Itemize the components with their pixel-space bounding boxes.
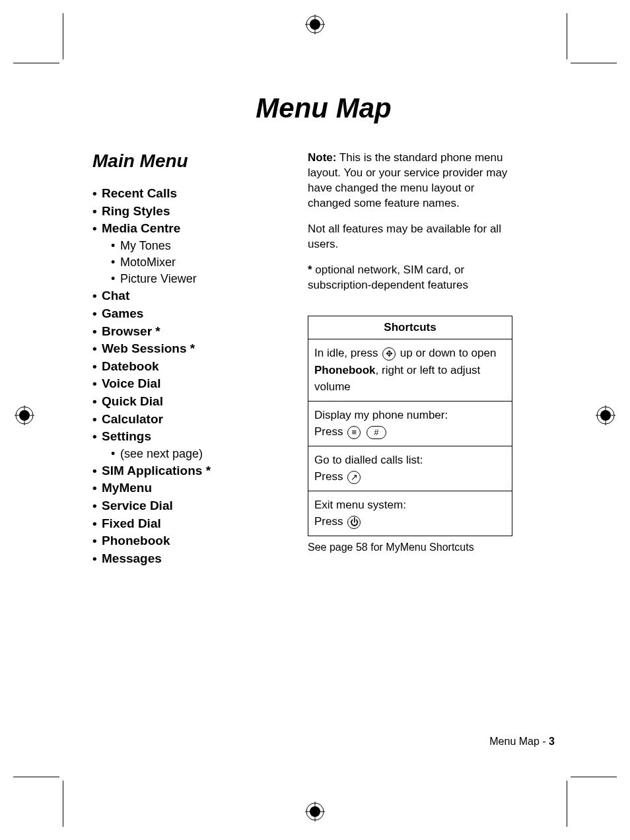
shortcut-press-line: Press ⏻ (314, 513, 506, 530)
note-text: This is the standard phone menu layout. … (308, 151, 507, 209)
end-key-icon: ⏻ (347, 516, 361, 529)
shortcut-text: Press (314, 470, 346, 483)
submenu-item: MotoMixer (120, 254, 284, 271)
menu-list: Recent Calls Ring Styles Media Centre My… (92, 185, 284, 567)
registration-mark-right (596, 405, 615, 425)
menu-label: Settings (102, 429, 151, 443)
phonebook-word: Phonebook (314, 364, 376, 376)
menu-item: Games (102, 305, 284, 323)
shortcut-row: Go to dialled calls list: Press ↗ (308, 446, 512, 491)
menu-item: Media Centre My Tones MotoMixer Picture … (102, 220, 284, 287)
menu-item: Browser * (102, 323, 284, 341)
shortcut-text: Go to dialled calls list: (314, 452, 506, 469)
menu-label: Quick Dial (102, 394, 163, 408)
notes-column: Note: This is the standard phone menu la… (308, 151, 512, 567)
note-label: Note: (308, 151, 336, 164)
page-footer: Menu Map - 3 (489, 736, 555, 748)
menu-item: Web Sessions * (102, 340, 284, 358)
menu-item: Service Dial (102, 497, 284, 515)
menu-item: Messages (102, 550, 284, 568)
menu-item: Settings (see next page) (102, 428, 284, 462)
menu-label: Voice Dial (102, 376, 160, 390)
menu-item: Recent Calls (102, 185, 284, 203)
page-content: Menu Map Main Menu Recent Calls Ring Sty… (92, 92, 555, 753)
menu-label: Recent Calls (102, 186, 177, 200)
menu-label: MyMenu (102, 481, 152, 495)
crop-mark (567, 13, 567, 59)
submenu-item: (see next page) (120, 446, 284, 462)
star-label: * (308, 263, 312, 276)
submenu-item: My Tones (120, 238, 284, 254)
menu-label: Ring Styles (102, 204, 170, 218)
menu-label: Datebook (102, 359, 159, 373)
registration-mark-top (305, 15, 325, 34)
menu-label: Media Centre (102, 221, 180, 235)
shortcut-row: In idle, press ✥ up or down to open Phon… (308, 339, 512, 402)
crop-mark (63, 781, 63, 827)
submenu-item: Picture Viewer (120, 271, 284, 287)
send-key-icon: ↗ (347, 471, 361, 484)
shortcuts-table: Shortcuts In idle, press ✥ up or down to… (308, 316, 512, 536)
menu-key-icon: ≡ (347, 426, 361, 439)
section-title: Main Menu (92, 151, 284, 172)
menu-item: SIM Applications * (102, 462, 284, 480)
menu-item: Fixed Dial (102, 515, 284, 533)
menu-label: Chat (102, 289, 129, 302)
footnote-paragraph: * optional network, SIM card, or subscri… (308, 263, 512, 293)
shortcut-row: Exit menu system: Press ⏻ (308, 491, 512, 536)
crop-mark (571, 63, 617, 63)
crop-mark (571, 777, 617, 777)
page-number: 3 (549, 736, 555, 747)
availability-text: Not all features may be available for al… (308, 222, 512, 252)
shortcut-row: Display my phone number: Press ≡ # (308, 401, 512, 446)
shortcut-text: Press (314, 515, 346, 528)
shortcut-press-line: Press ↗ (314, 468, 506, 485)
menu-item: Datebook (102, 358, 284, 376)
menu-item: Ring Styles (102, 203, 284, 221)
menu-item: Quick Dial (102, 393, 284, 411)
shortcuts-header: Shortcuts (308, 316, 512, 339)
menu-item: Chat (102, 287, 284, 305)
nav-key-icon: ✥ (382, 347, 396, 361)
main-menu-column: Main Menu Recent Calls Ring Styles Media… (92, 151, 284, 567)
menu-label: SIM Applications * (102, 464, 211, 477)
menu-label: Calculator (102, 412, 163, 426)
menu-label: Browser * (102, 324, 160, 338)
registration-mark-left (15, 405, 34, 425)
crop-mark (13, 777, 59, 777)
shortcut-press-line: Press ≡ # (314, 423, 506, 440)
note-paragraph: Note: This is the standard phone menu la… (308, 151, 512, 211)
menu-item: Voice Dial (102, 375, 284, 393)
menu-label: Fixed Dial (102, 516, 161, 530)
registration-mark-bottom (305, 802, 325, 822)
menu-label: MotoMixer (120, 256, 176, 269)
menu-label: Messages (102, 551, 162, 565)
submenu-list: (see next page) (102, 446, 284, 462)
menu-label: Service Dial (102, 499, 173, 512)
menu-label: My Tones (120, 239, 171, 252)
shortcuts-caption: See page 58 for MyMenu Shortcuts (308, 540, 512, 555)
shortcut-text: Display my phone number: (314, 407, 506, 424)
menu-label: Phonebook (102, 534, 170, 547)
shortcut-text: Exit menu system: (314, 497, 506, 514)
menu-label: Picture Viewer (120, 272, 197, 285)
star-text: optional network, SIM card, or subscript… (308, 263, 468, 291)
menu-item: MyMenu (102, 479, 284, 497)
menu-item: Calculator (102, 411, 284, 429)
crop-mark (63, 13, 63, 59)
shortcut-text: In idle, press (314, 347, 381, 359)
footer-label: Menu Map - (489, 736, 549, 747)
menu-item: Phonebook (102, 532, 284, 550)
crop-mark (13, 63, 59, 63)
menu-label: Games (102, 306, 143, 320)
hash-key-icon: # (367, 426, 386, 439)
submenu-list: My Tones MotoMixer Picture Viewer (102, 238, 284, 288)
menu-label: (see next page) (120, 447, 203, 460)
shortcut-text: up or down to open (397, 347, 496, 359)
page-title: Menu Map (92, 92, 555, 124)
crop-mark (567, 781, 567, 827)
menu-label: Web Sessions * (102, 341, 195, 355)
shortcut-text: Press (314, 425, 346, 438)
